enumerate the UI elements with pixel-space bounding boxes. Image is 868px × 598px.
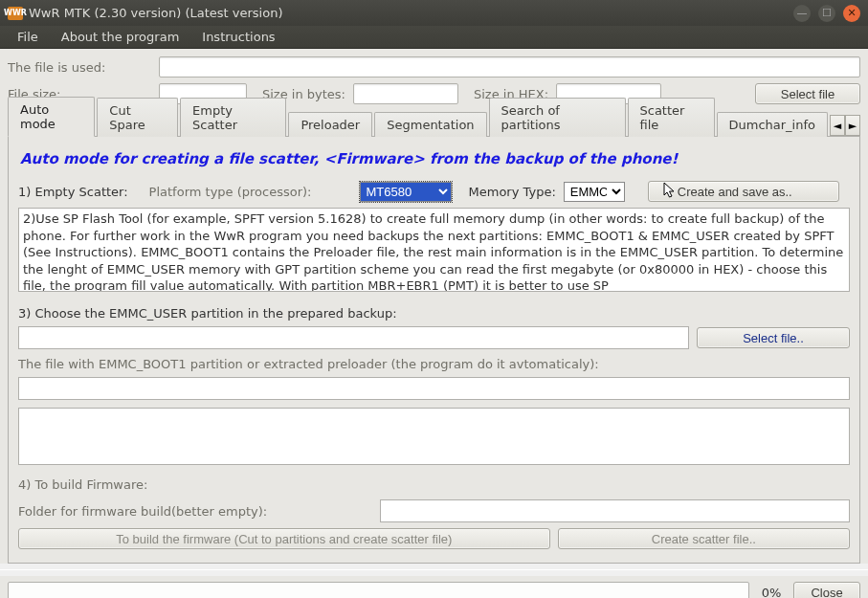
window-title: WwR MTK (2.30 version) (Latest version): [29, 6, 786, 20]
window-close-button[interactable]: ✕: [843, 5, 860, 22]
memtype-label: Memory Type:: [469, 185, 556, 199]
emmc-user-file-input[interactable]: [18, 326, 689, 349]
create-scatter-button[interactable]: Create scatter file..: [558, 528, 850, 549]
size-bytes-input[interactable]: [353, 83, 458, 104]
folder-label: Folder for firmware build(better empty):: [18, 504, 267, 519]
tab-auto-mode[interactable]: Auto mode: [8, 97, 95, 137]
auto-mode-headline: Auto mode for creating a file scatter, <…: [20, 150, 850, 167]
tab-preloader[interactable]: Preloader: [288, 112, 372, 137]
step1-label: 1) Empty Scatter:: [18, 185, 128, 199]
window-maximize-button[interactable]: ☐: [818, 5, 835, 22]
window-minimize-button[interactable]: —: [793, 5, 811, 22]
auto-mode-page: Auto mode for creating a file scatter, <…: [8, 137, 860, 564]
boot1-label: The file with EMMC_BOOT1 partition or ex…: [18, 357, 850, 371]
app-icon: WWR: [8, 7, 23, 20]
close-button[interactable]: Close: [793, 582, 860, 598]
menu-instructions[interactable]: Instructions: [190, 27, 286, 47]
tabs: Auto mode Cut Spare Empty Scatter Preloa…: [8, 110, 860, 137]
step4-label: 4) To build Firmware:: [18, 477, 850, 492]
create-save-button[interactable]: Create and save as..: [648, 181, 839, 202]
log-area[interactable]: [18, 408, 850, 465]
separator: [0, 569, 868, 570]
progress-percent: 0%: [757, 586, 786, 599]
menu-about[interactable]: About the program: [50, 27, 191, 47]
tab-dumchar-info[interactable]: Dumchar_info: [717, 112, 829, 137]
tab-search-partitions[interactable]: Search of partitions: [489, 98, 626, 137]
folder-input[interactable]: [380, 499, 850, 522]
file-used-input[interactable]: [159, 56, 860, 78]
window-titlebar: WWR WwR MTK (2.30 version) (Latest versi…: [0, 0, 868, 26]
file-used-label: The file is used:: [8, 60, 151, 75]
step2-info-text[interactable]: 2)Use SP Flash Tool (for example, SPFT v…: [18, 208, 850, 292]
menu-file[interactable]: File: [6, 27, 50, 47]
platform-label: Platform type (processor):: [149, 185, 312, 199]
tab-segmentation[interactable]: Segmentation: [374, 112, 486, 137]
tab-cut-spare[interactable]: Cut Spare: [97, 98, 178, 137]
build-firmware-button[interactable]: To build the firmware (Cut to partitions…: [18, 528, 550, 549]
step3-label: 3) Choose the EMMC_USER partition in the…: [18, 306, 850, 321]
boot1-file-input[interactable]: [18, 377, 850, 400]
menubar: File About the program Instructions: [0, 26, 868, 49]
select-file-button[interactable]: Select file: [755, 83, 860, 104]
tab-scatter-file[interactable]: Scatter file: [628, 98, 715, 137]
tab-empty-scatter[interactable]: Empty Scatter: [180, 98, 286, 137]
tab-scroll-right-icon[interactable]: ►: [845, 115, 860, 136]
tab-scroll-left-icon[interactable]: ◄: [830, 115, 845, 136]
progress-bar: [8, 582, 749, 598]
memtype-select[interactable]: EMMC: [564, 182, 625, 202]
statusbar: 0% Close: [0, 576, 868, 598]
select-file-emmc-button[interactable]: Select file..: [697, 327, 850, 348]
platform-select[interactable]: MT6580: [360, 182, 452, 202]
